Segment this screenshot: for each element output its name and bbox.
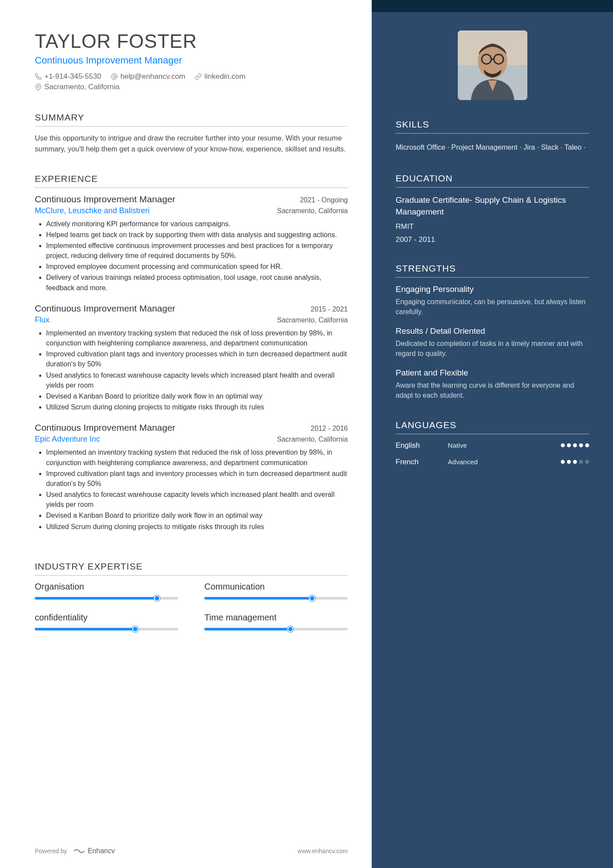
summary-section: SUMMARY Use this opportunity to intrigue… [35, 112, 348, 154]
job-bullet: Delivery of various trainings related pr… [46, 272, 348, 292]
expertise-slider [35, 597, 178, 600]
skills-list: Microsoft Office · Project Management · … [396, 141, 589, 154]
job-company: McClure, Leuschke and Balistreri [35, 206, 150, 215]
job-bullet: Utilized Scrum during cloning projects t… [46, 402, 348, 412]
language-level: Native [448, 442, 561, 449]
expertise-slider [204, 597, 348, 600]
job-entry: Continuous Improvement Manager 2015 - 20… [35, 303, 348, 412]
job-bullet: Implemented an inventory tracking system… [46, 447, 348, 467]
contact-link-text: linkedin.com [204, 72, 246, 81]
expertise-slider [204, 628, 348, 630]
strength-item: Results / Detail Oriented Dedicated to c… [396, 326, 589, 359]
proficiency-dot [585, 460, 589, 464]
strength-name: Engaging Personality [396, 285, 589, 294]
location-icon [35, 84, 42, 90]
contact-row-2: Sacramento, California [35, 83, 348, 91]
expertise-section: INDUSTRY EXPERTISE Organisation Communic… [35, 561, 348, 630]
strength-item: Engaging Personality Engaging communicat… [396, 285, 589, 317]
language-name: English [396, 441, 448, 450]
job-bullet: Devised a Kanban Board to prioritize dai… [46, 391, 348, 401]
expertise-label: Time management [204, 613, 348, 623]
job-bullet: Improved cultivation plant tags and inve… [46, 469, 348, 489]
expertise-item: Communication [204, 582, 348, 600]
sidebar: SKILLS Microsoft Office · Project Manage… [372, 0, 613, 868]
education-dates: 2007 - 2011 [396, 235, 589, 244]
avatar-container [396, 30, 589, 100]
strength-desc: Aware that the learning curve is differe… [396, 380, 589, 400]
strength-name: Patient and Flexible [396, 368, 589, 378]
job-title: Continuous Improvement Manager [35, 422, 175, 433]
languages-heading: LANGUAGES [396, 420, 589, 434]
experience-heading: EXPERIENCE [35, 174, 348, 188]
proficiency-dot [573, 460, 577, 464]
job-dates: 2012 - 2016 [311, 425, 348, 432]
job-company: Flux [35, 315, 50, 325]
job-location: Sacramento, California [277, 436, 348, 443]
strength-item: Patient and Flexible Aware that the lear… [396, 368, 589, 400]
languages-section: LANGUAGES English Native French Advanced [396, 420, 589, 466]
strengths-heading: STRENGTHS [396, 263, 589, 278]
sidebar-top-band [372, 0, 613, 12]
header-block: TAYLOR FOSTER Continuous Improvement Man… [35, 30, 348, 93]
proficiency-dot [585, 443, 589, 447]
language-dots [561, 443, 589, 447]
skills-heading: SKILLS [396, 119, 589, 134]
contact-phone: +1-914-345-5530 [35, 72, 101, 81]
job-entry: Continuous Improvement Manager 2012 - 20… [35, 422, 348, 532]
at-icon [111, 73, 118, 80]
expertise-slider [35, 628, 178, 630]
svg-point-1 [37, 86, 39, 87]
job-company: Epic Adventure Inc [35, 435, 100, 444]
contact-location: Sacramento, California [35, 83, 120, 91]
summary-text: Use this opportunity to intrigue and dra… [35, 133, 348, 154]
education-degree: Graduate Certificate- Supply Chain & Log… [396, 194, 589, 218]
footer-url: www.enhancv.com [297, 848, 348, 855]
proficiency-dot [579, 443, 583, 447]
link-icon [195, 73, 202, 80]
job-location: Sacramento, California [277, 207, 348, 215]
job-entry: Continuous Improvement Manager 2021 - On… [35, 194, 348, 293]
avatar [458, 30, 527, 100]
person-name: TAYLOR FOSTER [35, 30, 348, 52]
job-bullets: Implemented an inventory tracking system… [35, 328, 348, 412]
proficiency-dot [567, 460, 571, 464]
job-bullet: Improved employee document processing an… [46, 261, 348, 271]
proficiency-dot [561, 460, 565, 464]
job-bullets: Actively monitoring KPI performance for … [35, 219, 348, 293]
enhancv-logo: Enhancv [73, 847, 115, 855]
main-column: TAYLOR FOSTER Continuous Improvement Man… [0, 0, 372, 868]
strength-name: Results / Detail Oriented [396, 326, 589, 336]
footer-powered: Powered by [35, 848, 67, 855]
footer: Powered by Enhancv www.enhancv.com [35, 830, 348, 855]
job-bullet: Utilized Scrum during cloning projects t… [46, 522, 348, 532]
proficiency-dot [561, 443, 565, 447]
language-name: French [396, 458, 448, 466]
strengths-section: STRENGTHS Engaging Personality Engaging … [396, 263, 589, 401]
skills-section: SKILLS Microsoft Office · Project Manage… [396, 119, 589, 154]
education-section: EDUCATION Graduate Certificate- Supply C… [396, 173, 589, 244]
job-bullets: Implemented an inventory tracking system… [35, 447, 348, 532]
job-location: Sacramento, California [277, 316, 348, 324]
job-title: Continuous Improvement Manager [35, 194, 175, 204]
expertise-label: Communication [204, 582, 348, 592]
job-title: Continuous Improvement Manager [35, 303, 175, 314]
job-bullet: Implemented an inventory tracking system… [46, 328, 348, 348]
language-row: English Native [396, 441, 589, 450]
proficiency-dot [573, 443, 577, 447]
language-row: French Advanced [396, 458, 589, 466]
expertise-label: Organisation [35, 582, 178, 592]
strength-desc: Dedicated to completion of tasks in a ti… [396, 338, 589, 359]
job-bullet: Used analytics to forecast warehouse cap… [46, 370, 348, 390]
language-level: Advanced [448, 458, 561, 466]
phone-icon [35, 73, 42, 80]
experience-section: EXPERIENCE Continuous Improvement Manage… [35, 174, 348, 542]
svg-point-0 [113, 75, 115, 77]
expertise-heading: INDUSTRY EXPERTISE [35, 561, 348, 576]
expertise-item: confidentiality [35, 613, 178, 630]
job-bullet: Improved cultivation plant tags and inve… [46, 349, 348, 369]
job-bullet: Actively monitoring KPI performance for … [46, 219, 348, 229]
contact-link: linkedin.com [195, 72, 246, 81]
footer-brand: Enhancv [88, 847, 115, 855]
contact-email: help@enhancv.com [111, 72, 185, 81]
job-bullet: Devised a Kanban Board to prioritize dai… [46, 510, 348, 520]
